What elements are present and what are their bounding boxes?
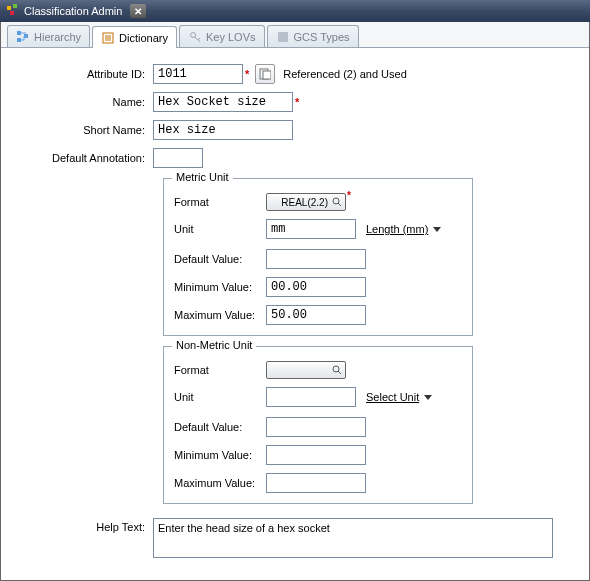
short-name-input[interactable]	[153, 120, 293, 140]
key-icon	[188, 30, 202, 44]
nonmetric-unit-link[interactable]: Select Unit	[366, 391, 419, 403]
tab-label: Key LOVs	[206, 31, 256, 43]
lookup-icon	[259, 68, 271, 80]
svg-line-12	[198, 38, 200, 40]
svg-rect-1	[13, 4, 17, 8]
metric-max-label: Maximum Value:	[174, 309, 266, 321]
nonmetric-format-picker[interactable]	[266, 361, 346, 379]
svg-line-20	[338, 371, 341, 374]
metric-unit-title: Metric Unit	[172, 171, 233, 183]
metric-unit-input[interactable]	[266, 219, 356, 239]
svg-rect-13	[278, 32, 288, 42]
types-icon	[276, 30, 290, 44]
required-marker: *	[295, 96, 299, 108]
required-marker: *	[245, 68, 249, 80]
nonmetric-unit-input[interactable]	[266, 387, 356, 407]
svg-line-17	[338, 203, 341, 206]
hierarchy-icon	[16, 30, 30, 44]
svg-rect-5	[24, 34, 28, 38]
metric-format-picker[interactable]: REAL(2.2) *	[266, 193, 346, 211]
svg-rect-2	[10, 11, 14, 15]
chevron-down-icon[interactable]	[423, 392, 433, 402]
metric-unit-label: Unit	[174, 223, 266, 235]
nonmetric-default-label: Default Value:	[174, 421, 266, 433]
svg-rect-15	[263, 71, 271, 79]
tab-label: GCS Types	[294, 31, 350, 43]
search-icon	[332, 365, 342, 375]
title-bar: Classification Admin ✕	[0, 0, 590, 22]
window-title: Classification Admin	[24, 5, 122, 17]
non-metric-unit-title: Non-Metric Unit	[172, 339, 256, 351]
help-text-label: Help Text:	[13, 518, 153, 533]
lookup-button[interactable]	[255, 64, 275, 84]
metric-unit-group: Metric Unit Format REAL(2.2) * Unit Leng…	[163, 178, 473, 336]
metric-min-label: Minimum Value:	[174, 281, 266, 293]
tab-bar: Hierarchy Dictionary Key LOVs GCS Types	[1, 22, 589, 48]
chevron-down-icon[interactable]	[432, 224, 442, 234]
referenced-note: Referenced (2) and Used	[283, 68, 407, 80]
svg-marker-18	[433, 227, 441, 232]
tab-hierarchy[interactable]: Hierarchy	[7, 25, 90, 47]
nonmetric-max-label: Maximum Value:	[174, 477, 266, 489]
svg-point-10	[190, 32, 195, 37]
tab-label: Dictionary	[119, 32, 168, 44]
metric-default-input[interactable]	[266, 249, 366, 269]
default-annotation-label: Default Annotation:	[13, 152, 153, 164]
tab-gcs-types[interactable]: GCS Types	[267, 25, 359, 47]
metric-default-label: Default Value:	[174, 253, 266, 265]
tab-key-lovs[interactable]: Key LOVs	[179, 25, 265, 47]
metric-min-input[interactable]	[266, 277, 366, 297]
metric-max-input[interactable]	[266, 305, 366, 325]
nonmetric-min-input[interactable]	[266, 445, 366, 465]
main-panel: Hierarchy Dictionary Key LOVs GCS Types …	[0, 22, 590, 581]
svg-rect-4	[17, 38, 21, 42]
nonmetric-default-input[interactable]	[266, 417, 366, 437]
nonmetric-max-input[interactable]	[266, 473, 366, 493]
svg-marker-21	[424, 395, 432, 400]
attribute-id-input[interactable]	[153, 64, 243, 84]
metric-unit-link[interactable]: Length (mm)	[366, 223, 428, 235]
default-annotation-input[interactable]	[153, 148, 203, 168]
non-metric-unit-group: Non-Metric Unit Format Unit Select Unit	[163, 346, 473, 504]
short-name-label: Short Name:	[13, 124, 153, 136]
help-text-input[interactable]	[153, 518, 553, 558]
name-input[interactable]	[153, 92, 293, 112]
metric-format-label: Format	[174, 196, 266, 208]
svg-rect-3	[17, 31, 21, 35]
svg-line-11	[195, 37, 200, 42]
metric-format-value: REAL(2.2)	[281, 197, 328, 208]
tab-dictionary[interactable]: Dictionary	[92, 26, 177, 48]
nonmetric-unit-label: Unit	[174, 391, 266, 403]
search-icon	[332, 197, 342, 207]
nonmetric-format-label: Format	[174, 364, 266, 376]
attribute-id-label: Attribute ID:	[13, 68, 153, 80]
svg-rect-0	[7, 6, 11, 10]
app-icon	[6, 4, 20, 18]
dictionary-icon	[101, 31, 115, 45]
form-content: Attribute ID: * Referenced (2) and Used …	[1, 48, 589, 576]
required-marker: *	[347, 190, 351, 201]
name-label: Name:	[13, 96, 153, 108]
close-button[interactable]: ✕	[130, 4, 146, 18]
tab-label: Hierarchy	[34, 31, 81, 43]
nonmetric-min-label: Minimum Value:	[174, 449, 266, 461]
